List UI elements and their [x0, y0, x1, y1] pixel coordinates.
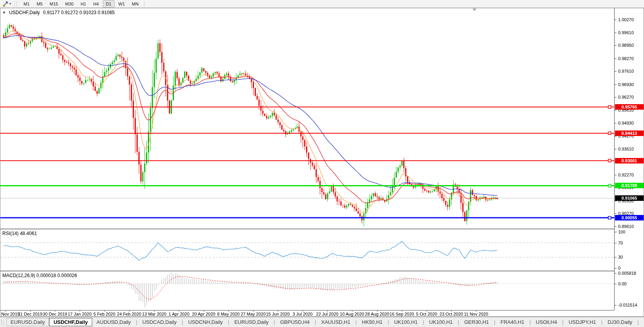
date-axis-label: 3 Jul 2020	[288, 312, 317, 316]
price-axis-tick	[615, 45, 617, 46]
price-axis-tick-label: 0.92270	[618, 173, 634, 177]
chart-tab-gbpusd-h4[interactable]: GBPUSD,H4	[276, 318, 314, 326]
chart-tab-usoil-h4[interactable]: USOil,H4	[531, 318, 561, 326]
macd-signal-line	[4, 276, 497, 299]
tab-separator: |	[562, 319, 564, 325]
chart-tab-fra40-h1[interactable]: FRA40,H1	[496, 318, 529, 326]
rsi-indicator-pane[interactable]: RSI(14) 48.4061	[0, 230, 614, 270]
price-axis-tick-label: 0.94930	[618, 121, 634, 125]
chart-tabs: EURUSD,DailyUSDCHF,DailyAUDUSD,Daily|USD…	[6, 318, 644, 326]
chart-tab-audusd-daily[interactable]: AUDUSD,Daily	[92, 318, 135, 326]
macd-indicator-pane[interactable]: MACD(12,26,9) 0.000018 0.000026	[0, 272, 614, 310]
candlestick-chart[interactable]	[0, 8, 614, 228]
macd-label: MACD(12,26,9) 0.000018 0.000026	[2, 273, 77, 278]
chart-tab-usdcnh-daily[interactable]: USDCNH,Daily	[184, 318, 227, 326]
price-axis-tick	[615, 59, 617, 59]
level-price-badge: 0.90055	[615, 215, 644, 220]
rsi-label: RSI(14) 48.4061	[2, 231, 37, 236]
top-toolbar: ▾ M1M5M15M30H1H4D1W1MN	[0, 0, 644, 8]
rsi-axis-tick-label: 70	[618, 241, 623, 245]
price-axis-tick-label: 0.97610	[618, 69, 634, 73]
price-axis-tick	[615, 97, 617, 97]
rsi-chart[interactable]	[0, 230, 614, 270]
chart-tab-usdchf-daily[interactable]: USDCHF,Daily	[49, 318, 92, 326]
price-axis-tick-label: 0.96270	[618, 95, 634, 99]
tabbar-grip[interactable]	[1, 319, 4, 325]
chart-tab-uk100-h1[interactable]: UK100,H1	[390, 318, 422, 326]
tab-separator: |	[387, 319, 390, 325]
price-axis-tick	[615, 213, 617, 214]
timeframe-button-m30[interactable]: M30	[62, 0, 77, 7]
tab-separator: |	[637, 319, 639, 325]
level-anchor-handle[interactable]	[608, 217, 611, 219]
level-anchor-handle[interactable]	[608, 132, 611, 135]
tool-dropdown-arrow-icon[interactable]: ▾	[9, 2, 11, 6]
moving-average-medium	[4, 34, 497, 203]
date-axis-label: 28 Aug 2020	[363, 312, 391, 316]
macd-axis-tick	[615, 305, 617, 305]
price-axis-tick	[615, 33, 617, 33]
macd-axis-tick	[615, 284, 617, 284]
timeframe-button-h1[interactable]: H1	[77, 0, 89, 7]
level-price-badge: 0.91709	[615, 183, 644, 188]
tab-separator: |	[529, 319, 531, 325]
chart-tab-eurusd-daily[interactable]: EURUSD,Daily	[6, 318, 49, 326]
timeframe-button-d1[interactable]: D1	[103, 0, 115, 7]
moving-average-slow	[4, 36, 497, 196]
chart-shift-marker-icon[interactable]	[473, 9, 476, 11]
timeframe-button-w1[interactable]: W1	[115, 0, 128, 7]
price-chart-pane[interactable]: ▼ USDCHF,Daily 0.91177 0.91272 0.91023 0…	[0, 8, 614, 228]
level-anchor-handle[interactable]	[608, 159, 611, 162]
price-axis[interactable]: 1.002700.996100.989500.982700.976100.969…	[614, 8, 644, 310]
chart-tab-hk50-h1[interactable]: HK50,H1	[358, 318, 387, 326]
tab-separator: |	[600, 319, 603, 325]
tab-separator: |	[227, 319, 230, 325]
date-axis-label: 11 Dec 2019	[16, 312, 44, 316]
tab-separator: |	[181, 319, 184, 325]
level-price-badge: 0.93001	[615, 158, 644, 164]
macd-axis-tick-label: 0.00	[618, 281, 626, 286]
chart-tab-dj30-daily[interactable]: DJ30,Daily	[603, 318, 637, 326]
timeframe-button-m1[interactable]: M1	[20, 0, 33, 7]
level-anchor-handle[interactable]	[608, 184, 611, 187]
macd-axis-tick	[615, 273, 617, 274]
macd-axis-tick-label: 0.005818	[618, 271, 636, 276]
date-axis-label: 22 Jul 2020	[313, 312, 341, 316]
chart-window: ▼ USDCHF,Daily 0.91177 0.91272 0.91023 0…	[0, 8, 644, 317]
price-axis-tick	[615, 175, 617, 175]
chart-tab-eurusd-daily[interactable]: EURUSD,Daily	[230, 318, 273, 326]
chart-tab-usdcad-daily[interactable]: USDCAD,Daily	[138, 318, 181, 326]
tab-separator: |	[457, 319, 460, 325]
chart-tab-xauusd-h1[interactable]: XAUUSD,H1	[317, 318, 354, 326]
chart-tab-uk100-h1[interactable]: UK100,H1	[425, 318, 457, 326]
date-axis-label: 27 May 2020	[239, 312, 267, 316]
date-axis-label: 5 Feb 2020	[90, 312, 119, 316]
collapse-arrow-icon[interactable]: ▼	[2, 11, 6, 15]
crosshair-pointer-icon	[2, 1, 9, 7]
price-axis-tick-label: 0.96930	[618, 82, 634, 87]
date-axis[interactable]: 22 Nov 201911 Dec 201930 Dec 201917 Jan …	[0, 310, 644, 316]
date-axis-label: 1 Apr 2020	[165, 312, 193, 316]
timeframe-button-mn[interactable]: MN	[129, 0, 142, 7]
chart-tab-usdjpy-h1[interactable]: USDJPY,H1	[564, 318, 600, 326]
price-axis-tick	[615, 85, 617, 85]
toolbar-grip[interactable]	[15, 1, 17, 6]
macd-chart[interactable]	[0, 272, 614, 310]
price-axis-tick-label: 1.00270	[618, 17, 634, 22]
level-anchor-handle[interactable]	[608, 106, 611, 108]
chart-tab-china300-h1[interactable]: CHINA300,H1	[639, 318, 644, 326]
chart-tab-ger30-h1[interactable]: GER30,H1	[460, 318, 493, 326]
timeframe-button-m15[interactable]: M15	[47, 0, 61, 7]
tab-separator: |	[493, 319, 496, 325]
macd-axis-tick-label: -0.011514	[618, 303, 637, 307]
timeframe-button-h4[interactable]: H4	[90, 0, 102, 7]
level-price-badge: 0.95765	[615, 104, 644, 110]
date-axis-label: 16 Sep 2020	[388, 312, 416, 316]
tab-separator: |	[135, 319, 138, 325]
tab-separator: |	[314, 319, 317, 325]
price-axis-tick	[615, 123, 617, 123]
draw-tool-button[interactable]: ▾	[1, 0, 12, 7]
price-axis-tick	[615, 71, 617, 72]
price-axis-tick-label: 0.98950	[618, 43, 634, 48]
timeframe-button-m5[interactable]: M5	[33, 0, 46, 7]
